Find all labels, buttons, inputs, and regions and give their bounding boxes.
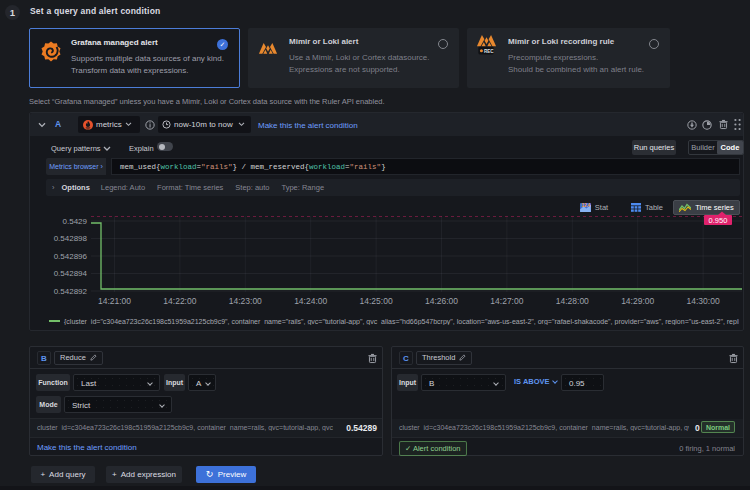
- svg-text:0.542892: 0.542892: [54, 287, 88, 296]
- svg-text:14:27:00: 14:27:00: [490, 296, 523, 306]
- svg-text:0.5429: 0.5429: [63, 217, 88, 226]
- svg-text:14:25:00: 14:25:00: [360, 296, 393, 306]
- svg-text:14:26:00: 14:26:00: [425, 296, 458, 306]
- svg-text:14:29:00: 14:29:00: [621, 296, 654, 306]
- svg-text:14:21:00: 14:21:00: [98, 296, 131, 306]
- svg-text:14:22:00: 14:22:00: [163, 296, 196, 306]
- svg-text:REC: REC: [484, 49, 494, 54]
- svg-text:0.542898: 0.542898: [54, 234, 88, 243]
- svg-text:14:28:00: 14:28:00: [556, 296, 589, 306]
- svg-text:0.950: 0.950: [709, 216, 728, 225]
- svg-text:12.4: 12.4: [581, 203, 590, 208]
- svg-text:0.542894: 0.542894: [54, 269, 88, 278]
- svg-text:14:30:00: 14:30:00: [687, 296, 720, 306]
- svg-text:14:23:00: 14:23:00: [229, 296, 262, 306]
- svg-text:14:24:00: 14:24:00: [294, 296, 327, 306]
- svg-text:0.542896: 0.542896: [54, 252, 88, 261]
